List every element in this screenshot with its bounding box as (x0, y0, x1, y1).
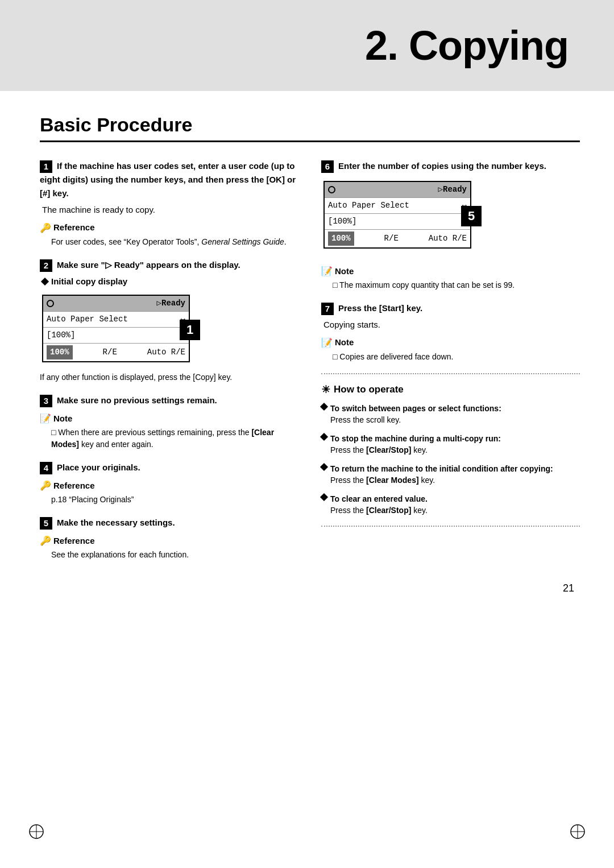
ready-circle-icon-2 (328, 186, 335, 193)
step-6-note: 📝 Note The maximum copy quantity that ca… (321, 264, 580, 291)
step-2-additional: If any other function is displayed, pres… (40, 371, 298, 383)
step-7-note-body: Copies are delivered face down. (333, 351, 580, 363)
step-6-num: 6 (321, 160, 334, 173)
right-column: 6 Enter the number of copies using the n… (321, 159, 580, 571)
lcd-auto-paper: Auto Paper Select (47, 313, 128, 325)
how-to-item-3-body: Press the [Clear Modes] key. (330, 474, 580, 486)
lcd-6-zoom: [100%] (328, 216, 356, 228)
how-to-item-4: To clear an entered value. Press the [Cl… (321, 494, 580, 516)
how-to-item-3: To return the machine to the initial con… (321, 464, 580, 486)
step-badge-5: 5 (461, 206, 482, 226)
step-5: 5 Make the necessary settings. 🔑 Referen… (40, 516, 298, 561)
step-6-note-body: The maximum copy quantity that can be se… (333, 279, 580, 291)
lcd-6-ready-text: ▷Ready (438, 184, 467, 196)
how-to-item-4-title: To clear an entered value. (321, 494, 580, 503)
step-4-num: 4 (40, 462, 52, 474)
step-badge-1: 1 (180, 320, 200, 340)
step-6-text: Enter the number of copies using the num… (338, 161, 546, 171)
header-band: 2. Copying (0, 0, 614, 91)
step-4-reference-body: p.18 “Placing Originals” (51, 494, 298, 506)
step-4-reference-title: 🔑 Reference (40, 479, 298, 493)
step-5-reference-body: See the explanations for each function. (51, 549, 298, 561)
step-5-text: Make the necessary settings. (57, 518, 175, 527)
page-title: 2. Copying (365, 22, 569, 69)
lcd-ready-text: ▷Ready (157, 297, 185, 309)
lcd-display-2: ▷Ready Auto Paper Select ↔ [100%] 100% (323, 181, 471, 249)
step-2-num: 2 (40, 259, 52, 272)
lcd-6-row-3: [100%] (325, 214, 470, 230)
step-7-num: 7 (321, 303, 334, 315)
step-1-reference-title: 🔑 Reference (40, 221, 298, 235)
lcd-6-pct-highlight: 100% (328, 232, 354, 246)
diamond-icon-4 (320, 493, 328, 501)
lcd-re: R/E (103, 346, 117, 358)
lcd-6-re: R/E (384, 233, 399, 245)
page-number: 21 (40, 571, 580, 594)
corner-mark-br (570, 824, 586, 840)
dot-divider-2 (321, 526, 580, 527)
step-5-num: 5 (40, 517, 52, 530)
step-4-reference: 🔑 Reference p.18 “Placing Originals” (40, 479, 298, 506)
step-1-reference: 🔑 Reference For user codes, see “Key Ope… (40, 221, 298, 248)
step-2: 2 Make sure "▷ Ready" appears on the dis… (40, 258, 298, 384)
left-column: 1 If the machine has user codes set, ent… (40, 159, 298, 571)
step-7-note: 📝 Note Copies are delivered face down. (321, 336, 580, 363)
how-to-item-1-title: To switch between pages or select functi… (321, 404, 580, 413)
step-5-reference-title: 🔑 Reference (40, 534, 298, 548)
lcd-row-2: Auto Paper Select ↔ (43, 312, 189, 328)
how-to-item-4-body: Press the [Clear/Stop] key. (330, 505, 580, 516)
lcd-row-3: [100%] (43, 328, 189, 344)
step-3: 3 Make sure no previous settings remain.… (40, 394, 298, 450)
diamond-icon-3 (320, 462, 328, 470)
reference-icon: 🔑 (40, 221, 51, 235)
step-1-reference-body: For user codes, see “Key Operator Tools”… (51, 236, 298, 248)
lcd-6-auto-re: Auto R/E (429, 233, 467, 245)
lcd-auto-re: Auto R/E (147, 346, 185, 358)
reference-icon-5: 🔑 (40, 534, 51, 548)
note-icon-7: 📝 (321, 336, 333, 350)
step-3-text: Make sure no previous settings remain. (57, 395, 217, 405)
sun-icon: ☀ (321, 383, 330, 396)
how-to-item-2: To stop the machine during a multi-copy … (321, 434, 580, 456)
two-column-layout: 1 If the machine has user codes set, ent… (40, 159, 580, 571)
step-1-body: The machine is ready to copy. (42, 204, 298, 217)
step-7: 7 Press the [Start] key. Copying starts.… (321, 301, 580, 363)
step-1-text: If the machine has user codes set, enter… (40, 161, 296, 198)
lcd-6-row-4: 100% R/E Auto R/E (325, 230, 470, 247)
note-icon-6: 📝 (321, 264, 333, 278)
step-6: 6 Enter the number of copies using the n… (321, 159, 580, 291)
step-7-text: Press the [Start] key. (338, 303, 422, 313)
step-3-note-title: 📝 Note (40, 412, 298, 425)
main-content: Basic Procedure 1 If the machine has use… (0, 91, 614, 629)
how-to-item-3-title: To return the machine to the initial con… (321, 464, 580, 473)
initial-copy-display-label: Initial copy display (42, 275, 298, 288)
step-1: 1 If the machine has user codes set, ent… (40, 159, 298, 248)
step-4-text: Place your originals. (57, 462, 140, 472)
lcd-row-4: 100% R/E Auto R/E (43, 344, 189, 361)
how-to-item-2-title: To stop the machine during a multi-copy … (321, 434, 580, 443)
diamond-icon-1 (320, 402, 328, 410)
step-6-note-title: 📝 Note (321, 264, 580, 278)
step-5-reference: 🔑 Reference See the explanations for eac… (40, 534, 298, 561)
step-7-note-title: 📝 Note (321, 336, 580, 350)
diamond-icon (41, 278, 49, 286)
step-3-note-body: When there are previous settings remaini… (51, 427, 298, 450)
step-2-text: Make sure "▷ Ready" appears on the displ… (57, 260, 240, 270)
lcd-display-1: ▷Ready Auto Paper Select ↔ [100%] 100% (42, 295, 190, 362)
step-3-note: 📝 Note When there are previous settings … (40, 412, 298, 450)
ready-circle-icon (47, 300, 54, 307)
how-to-item-1-body: Press the scroll key. (330, 414, 580, 426)
note-icon-3: 📝 (40, 412, 51, 425)
step-6-display: ▷Ready Auto Paper Select ↔ [100%] 100% (323, 177, 580, 260)
corner-mark-bl (28, 824, 44, 840)
section-title: Basic Procedure (40, 114, 580, 142)
lcd-6-row-1-header: ▷Ready (325, 182, 470, 198)
lcd-zoom: [100%] (47, 329, 75, 341)
step-2-sub: Initial copy display ▷Ready Auto Paper S… (42, 275, 298, 369)
lcd-6-auto-paper: Auto Paper Select (328, 200, 409, 212)
step-1-num: 1 (40, 160, 52, 173)
lcd-row-1-header: ▷Ready (43, 296, 189, 312)
lcd-pct-highlight: 100% (47, 345, 73, 359)
reference-icon-4: 🔑 (40, 479, 51, 493)
step-7-body: Copying starts. (323, 319, 580, 332)
